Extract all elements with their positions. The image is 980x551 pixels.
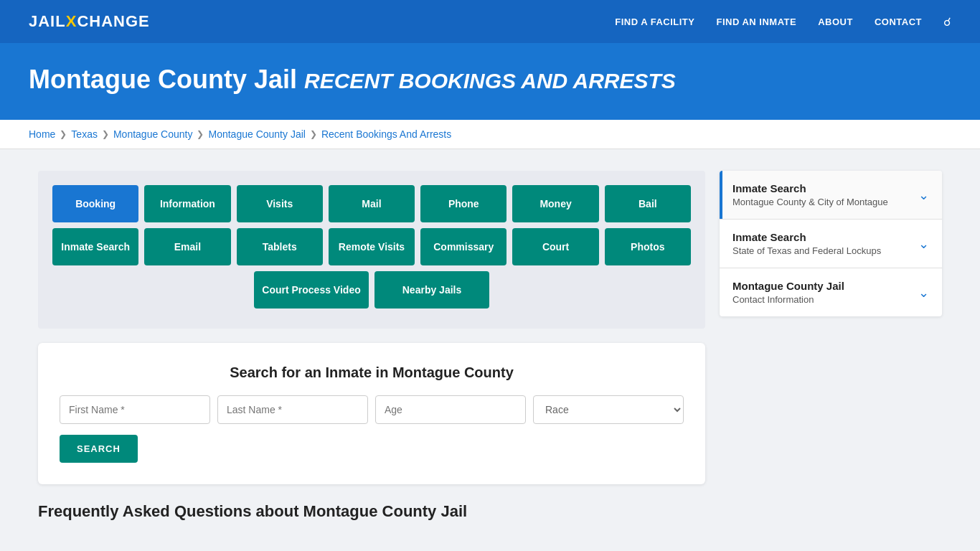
first-name-input[interactable] [60,395,210,424]
sidebar-item-1-title: Inmate Search [732,182,888,195]
nav-row-3: Court Process Video Nearby Jails [52,271,691,309]
hero-title-main: Montague County Jail [29,65,297,94]
sidebar-item-2[interactable]: Inmate Search State of Texas and Federal… [720,220,942,268]
sidebar-item-3[interactable]: Montague County Jail Contact Information… [720,268,942,316]
logo-x: X [66,12,77,31]
breadcrumb-current: Recent Bookings And Arrests [321,128,451,140]
sidebar-item-3-text: Montague County Jail Contact Information [732,280,844,305]
faq-section-title: Frequently Asked Questions about Montagu… [38,502,705,527]
breadcrumb-sep-1: ❯ [60,129,67,139]
breadcrumb-home[interactable]: Home [29,128,55,140]
hero-section: Montague County Jail Recent Bookings and… [0,43,980,120]
breadcrumb-texas[interactable]: Texas [71,128,98,140]
breadcrumb-montague-county[interactable]: Montague County [113,128,193,140]
sidebar-item-3-header: Montague County Jail Contact Information… [720,268,942,316]
btn-information[interactable]: Information [144,185,230,222]
chevron-down-icon-2: ⌄ [918,236,929,252]
btn-remote-visits[interactable]: Remote Visits [329,228,415,265]
site-logo[interactable]: JAILXCHANGE [29,12,150,31]
search-button[interactable]: SEARCH [60,435,138,463]
sidebar-item-1[interactable]: Inmate Search Montague County & City of … [720,171,942,220]
inmate-search-section: Search for an Inmate in Montague County … [38,343,705,484]
hero-title-sub: Recent Bookings and Arrests [304,69,676,93]
sidebar-item-1-text: Inmate Search Montague County & City of … [732,182,888,207]
sidebar-item-3-sub: Contact Information [732,294,844,305]
search-title: Search for an Inmate in Montague County [60,364,684,381]
btn-court[interactable]: Court [512,228,598,265]
breadcrumb-sep-4: ❯ [310,129,317,139]
last-name-input[interactable] [217,395,368,424]
nav-contact[interactable]: CONTACT [875,17,922,27]
btn-booking[interactable]: Booking [52,185,138,222]
nav-row-1: Booking Information Visits Mail Phone Mo… [52,185,691,222]
race-select[interactable]: Race White Black Hispanic Asian Other [533,395,684,424]
nav-find-inmate[interactable]: FIND AN INMATE [716,17,796,27]
breadcrumb-montague-jail[interactable]: Montague County Jail [208,128,305,140]
sidebar-item-1-sub: Montague County & City of Montague [732,197,888,207]
main-content: Booking Information Visits Mail Phone Mo… [24,149,956,548]
chevron-down-icon-1: ⌄ [918,187,929,203]
site-header: JAILXCHANGE FIND A FACILITY FIND AN INMA… [0,0,980,43]
breadcrumb-sep-3: ❯ [197,129,204,139]
btn-visits[interactable]: Visits [237,185,323,222]
sidebar-item-2-title: Inmate Search [732,231,881,244]
btn-commissary[interactable]: Commissary [420,228,507,265]
breadcrumb: Home ❯ Texas ❯ Montague County ❯ Montagu… [29,128,951,140]
main-nav: FIND A FACILITY FIND AN INMATE ABOUT CON… [615,15,951,29]
search-fields: Race White Black Hispanic Asian Other [60,395,684,424]
sidebar-item-2-text: Inmate Search State of Texas and Federal… [732,231,881,256]
logo-jail: JAIL [29,12,66,31]
btn-bail[interactable]: Bail [605,185,691,222]
btn-court-process-video[interactable]: Court Process Video [254,271,369,309]
nav-button-grid: Booking Information Visits Mail Phone Mo… [38,171,705,329]
sidebar-item-3-title: Montague County Jail [732,280,844,293]
breadcrumb-sep-2: ❯ [102,129,109,139]
btn-email[interactable]: Email [144,228,230,265]
btn-nearby-jails[interactable]: Nearby Jails [374,271,489,309]
btn-mail[interactable]: Mail [329,185,415,222]
age-input[interactable] [375,395,526,424]
left-column: Booking Information Visits Mail Phone Mo… [38,171,705,527]
breadcrumb-bar: Home ❯ Texas ❯ Montague County ❯ Montagu… [0,120,980,149]
nav-row-2: Inmate Search Email Tablets Remote Visit… [52,228,691,265]
btn-photos[interactable]: Photos [605,228,691,265]
btn-inmate-search[interactable]: Inmate Search [52,228,138,265]
sidebar-item-2-header: Inmate Search State of Texas and Federal… [720,220,942,268]
btn-money[interactable]: Money [512,185,598,222]
btn-phone[interactable]: Phone [420,185,507,222]
sidebar-item-2-sub: State of Texas and Federal Lockups [732,245,881,256]
btn-tablets[interactable]: Tablets [237,228,323,265]
sidebar-item-1-header: Inmate Search Montague County & City of … [720,171,942,219]
page-title: Montague County Jail Recent Bookings and… [29,65,951,95]
nav-find-facility[interactable]: FIND A FACILITY [615,17,694,27]
nav-about[interactable]: ABOUT [818,17,853,27]
logo-exchange: CHANGE [77,12,149,31]
sidebar-card: Inmate Search Montague County & City of … [720,171,942,316]
search-icon[interactable]: ☌ [943,15,951,29]
chevron-down-icon-3: ⌄ [918,285,929,301]
right-sidebar: Inmate Search Montague County & City of … [720,171,942,316]
